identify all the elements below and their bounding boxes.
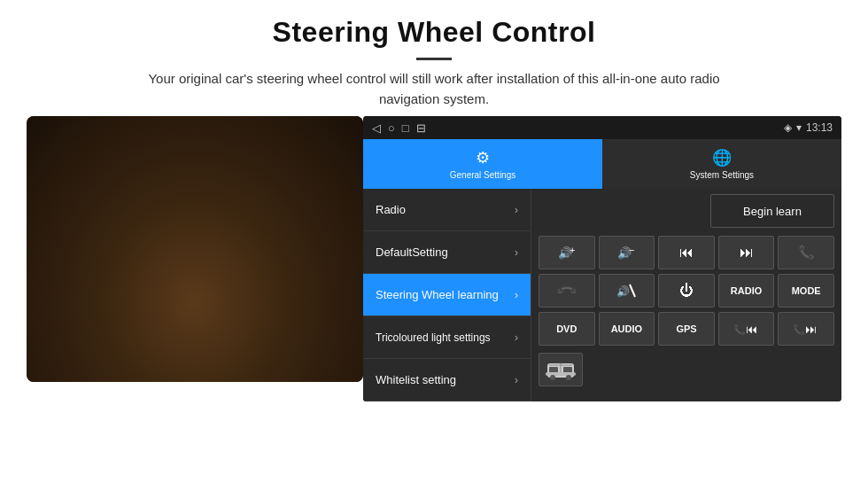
vol-down-btn[interactable]: 🔊− bbox=[599, 236, 655, 269]
tricoloured-label: Tricoloured light settings bbox=[376, 331, 491, 344]
phone-icon: 📞 bbox=[798, 245, 815, 261]
menu-icon[interactable]: ⊟ bbox=[416, 121, 426, 135]
tab-general-label: General Settings bbox=[450, 170, 516, 180]
home-icon[interactable]: ○ bbox=[388, 121, 395, 135]
dvd-btn[interactable]: DVD bbox=[539, 312, 595, 346]
control-grid-row1: 🔊+ 🔊− ⏮ ⏭ 📞 bbox=[539, 236, 834, 269]
subtitle: Your original car's steering wheel contr… bbox=[124, 69, 744, 109]
chevron-icon-default: › bbox=[515, 246, 518, 259]
phone-hang-btn[interactable]: 📞 bbox=[539, 274, 595, 308]
phone-next-btn[interactable]: 📞⏭ bbox=[778, 312, 834, 346]
chevron-icon-radio: › bbox=[515, 204, 518, 216]
begin-learn-row: Begin learn bbox=[539, 194, 834, 228]
power-icon: ⏻ bbox=[679, 283, 694, 299]
mode-text: MODE bbox=[792, 285, 821, 296]
phone-next-icon: 📞⏭ bbox=[793, 321, 819, 337]
menu-item-default[interactable]: DefaultSetting › bbox=[363, 231, 531, 274]
location-icon: ◈ bbox=[784, 121, 792, 134]
menu-column: Radio › DefaultSetting › Steering Wheel … bbox=[363, 189, 531, 401]
steering-label: Steering Wheel learning bbox=[376, 288, 499, 301]
svg-line-33 bbox=[630, 284, 635, 297]
begin-learn-button[interactable]: Begin learn bbox=[710, 194, 834, 228]
default-label: DefaultSetting bbox=[376, 245, 448, 259]
next-track-btn[interactable]: ⏭ bbox=[718, 236, 775, 269]
prev-track-btn[interactable]: ⏮ bbox=[658, 236, 715, 269]
svg-text:📞: 📞 bbox=[733, 323, 746, 336]
radio-text: RADIO bbox=[731, 285, 762, 296]
chevron-icon-tricoloured: › bbox=[515, 331, 518, 344]
menu-item-whitelist[interactable]: Whitelist setting › bbox=[363, 359, 531, 401]
chevron-icon-whitelist: › bbox=[515, 374, 518, 386]
mute-icon: 🔊 bbox=[616, 283, 637, 299]
menu-item-radio[interactable]: Radio › bbox=[363, 189, 531, 231]
svg-point-42 bbox=[550, 375, 555, 380]
whitelist-label: Whitelist setting bbox=[376, 373, 456, 386]
steering-wheel-image: 80 3000 + − ▶| ☎ bbox=[27, 116, 363, 382]
phone-prev-btn[interactable]: 📞⏮ bbox=[718, 312, 775, 346]
tab-general-settings[interactable]: ⚙ General Settings bbox=[363, 139, 602, 189]
svg-rect-40 bbox=[563, 367, 572, 373]
radio-label: Radio bbox=[376, 203, 406, 216]
vol-down-icon: 🔊− bbox=[616, 245, 636, 261]
chevron-icon-steering: › bbox=[515, 289, 518, 301]
page-container: Steering Wheel Control Your original car… bbox=[0, 0, 868, 483]
whitelist-car-icon bbox=[545, 356, 577, 383]
svg-text:⏭: ⏭ bbox=[805, 323, 817, 336]
power-btn[interactable]: ⏻ bbox=[658, 274, 715, 308]
audio-btn[interactable]: AUDIO bbox=[599, 312, 655, 346]
header-section: Steering Wheel Control Your original car… bbox=[0, 0, 868, 116]
status-bar: ◁ ○ □ ⊟ ◈ ▾ 13:13 bbox=[363, 116, 841, 139]
svg-rect-41 bbox=[546, 372, 576, 376]
gps-btn[interactable]: GPS bbox=[658, 312, 715, 346]
android-panel: ◁ ○ □ ⊟ ◈ ▾ 13:13 ⚙ General Settings bbox=[363, 116, 841, 401]
back-icon[interactable]: ◁ bbox=[372, 121, 381, 135]
wifi-icon: ▾ bbox=[796, 121, 802, 134]
prev-track-icon: ⏮ bbox=[679, 245, 694, 261]
radio-btn[interactable]: RADIO bbox=[718, 274, 775, 308]
next-track-icon: ⏭ bbox=[740, 245, 754, 261]
dvd-text: DVD bbox=[556, 323, 577, 334]
menu-item-tricoloured[interactable]: Tricoloured light settings › bbox=[363, 316, 531, 359]
recents-icon[interactable]: □ bbox=[402, 121, 409, 135]
phone-hang-icon: 📞 bbox=[555, 279, 578, 302]
page-title: Steering Wheel Control bbox=[53, 16, 815, 49]
svg-point-43 bbox=[566, 375, 571, 380]
globe-icon: 🌐 bbox=[712, 148, 732, 167]
svg-text:⏮: ⏮ bbox=[746, 323, 757, 336]
controls-panel: Begin learn 🔊+ 🔊− ⏮ bbox=[531, 189, 841, 401]
gear-icon: ⚙ bbox=[476, 148, 490, 167]
svg-rect-39 bbox=[549, 367, 558, 373]
control-grid-row2: 📞 🔊 ⏻ RADIO MODE bbox=[539, 274, 834, 308]
svg-text:−: − bbox=[629, 245, 634, 255]
settings-list: Radio › DefaultSetting › Steering Wheel … bbox=[363, 189, 841, 401]
phone-prev-icon: 📞⏮ bbox=[733, 321, 760, 337]
status-bar-nav: ◁ ○ □ ⊟ bbox=[372, 121, 426, 135]
vol-up-icon: 🔊+ bbox=[557, 245, 577, 261]
svg-text:🔊: 🔊 bbox=[616, 284, 630, 298]
whitelist-icon-btn[interactable] bbox=[539, 353, 583, 386]
mode-btn[interactable]: MODE bbox=[778, 274, 834, 308]
menu-item-steering[interactable]: Steering Wheel learning › bbox=[363, 274, 531, 316]
title-divider bbox=[416, 58, 452, 60]
audio-text: AUDIO bbox=[611, 323, 642, 334]
svg-text:+: + bbox=[570, 245, 575, 255]
vol-up-btn[interactable]: 🔊+ bbox=[539, 236, 595, 269]
clock: 13:13 bbox=[806, 121, 833, 134]
tab-system-label: System Settings bbox=[690, 170, 754, 180]
control-grid-row3: DVD AUDIO GPS 📞⏮ 📞⏭ bbox=[539, 312, 834, 346]
wheel-background bbox=[27, 116, 363, 382]
gps-text: GPS bbox=[676, 323, 696, 334]
tabs-row: ⚙ General Settings 🌐 System Settings bbox=[363, 139, 841, 189]
status-bar-info: ◈ ▾ 13:13 bbox=[784, 121, 833, 134]
content-row: 80 3000 + − ▶| ☎ bbox=[0, 116, 868, 483]
svg-text:📞: 📞 bbox=[793, 323, 805, 336]
phone-answer-btn[interactable]: 📞 bbox=[778, 236, 834, 269]
whitelist-row bbox=[539, 350, 834, 389]
mute-btn[interactable]: 🔊 bbox=[599, 274, 655, 308]
tab-system-settings[interactable]: 🌐 System Settings bbox=[602, 139, 841, 189]
